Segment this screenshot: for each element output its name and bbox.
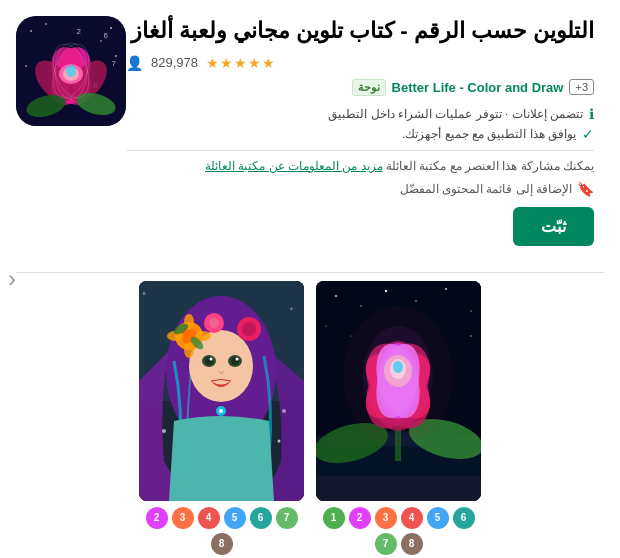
wishlist-row[interactable]: 🔖 الإضافة إلى قائمة المحتوى المفضّل: [126, 181, 594, 197]
color-dot: 6: [453, 507, 475, 529]
svg-point-55: [360, 305, 362, 307]
svg-point-57: [415, 300, 417, 302]
svg-point-5: [115, 55, 117, 57]
install-section: ثبّت: [126, 207, 594, 246]
svg-rect-81: [316, 476, 481, 501]
svg-point-3: [110, 27, 112, 29]
color-dot: 6: [250, 507, 272, 529]
info-text-1: تتضمن إعلانات · تتوفر عمليات الشراء داخل…: [328, 107, 583, 121]
svg-point-6: [25, 65, 27, 67]
svg-point-59: [470, 310, 472, 312]
svg-text:7: 7: [112, 59, 117, 68]
info-icon-1: ℹ: [589, 106, 594, 122]
color-dot: 5: [427, 507, 449, 529]
stars-display: ★★★★★: [206, 55, 276, 71]
svg-point-2: [45, 23, 47, 25]
svg-point-58: [445, 288, 447, 290]
divider-1: [126, 150, 594, 151]
svg-point-47: [219, 409, 223, 413]
install-button[interactable]: ثبّت: [513, 207, 594, 246]
info-icon-2: ✓: [582, 126, 594, 142]
svg-point-49: [282, 409, 286, 413]
color-dot: 4: [401, 507, 423, 529]
color-dot: 8: [401, 533, 423, 555]
svg-point-48: [162, 429, 166, 433]
info-row-1: ℹ تتضمن إعلانات · تتوفر عمليات الشراء دا…: [126, 106, 594, 122]
screenshot-2-wrapper: 12345678: [316, 281, 481, 555]
color-dot: 8: [211, 533, 233, 555]
svg-point-50: [278, 439, 281, 442]
divider-2: [16, 272, 604, 273]
app-info: التلوين حسب الرقم - كتاب تلوين مجاني ولع…: [126, 16, 604, 262]
screenshot-2: [316, 281, 481, 501]
share-row: يمكنك مشاركة هذا العنصر مع مكتبة العائلة…: [126, 159, 594, 173]
girl-artwork: ✦ ✦: [139, 281, 304, 501]
svg-text:✦: ✦: [141, 290, 147, 297]
svg-point-33: [236, 357, 239, 360]
screenshots-section: ✦ ✦ 2345678: [16, 281, 604, 555]
info-section: ℹ تتضمن إعلانات · تتوفر عمليات الشراء دا…: [126, 106, 594, 142]
share-text: يمكنك مشاركة هذا العنصر مع مكتبة العائلة: [386, 159, 594, 173]
color-dot: 3: [172, 507, 194, 529]
svg-point-60: [325, 325, 326, 326]
app-title: التلوين حسب الرقم - كتاب تلوين مجاني ولع…: [126, 16, 594, 47]
rating-row: 👤 829,978 ★★★★★: [126, 55, 594, 71]
wishlist-text: الإضافة إلى قائمة المحتوى المفضّل: [400, 182, 572, 196]
number-dots-2: 12345678: [316, 507, 481, 555]
color-dot: 3: [375, 507, 397, 529]
header-section: التلوين حسب الرقم - كتاب تلوين مجاني ولع…: [16, 16, 604, 262]
svg-text:2: 2: [77, 27, 82, 36]
color-dot: 5: [224, 507, 246, 529]
developer-name[interactable]: Better Life - Color and Draw: [392, 80, 564, 95]
number-dots-1: 2345678: [139, 507, 304, 555]
app-icon: 6 7 2 8: [16, 16, 126, 126]
color-dot: 4: [198, 507, 220, 529]
wishlist-icon: 🔖: [577, 181, 594, 197]
svg-point-1: [30, 30, 32, 32]
svg-point-4: [100, 40, 102, 42]
app-detail-page: ‹ التلوين حسب الرقم - كتاب تلوين مجاني و…: [0, 0, 620, 558]
color-dot: 2: [349, 507, 371, 529]
svg-point-80: [343, 306, 453, 446]
info-row-2: ✓ يوافق هذا التطبيق مع جميع أجهزتك.: [126, 126, 594, 142]
color-dot: 7: [375, 533, 397, 555]
app-icon-container: 6 7 2 8: [16, 16, 126, 126]
developer-row: 3+ Better Life - Color and Draw نوحة: [126, 79, 594, 96]
svg-point-56: [385, 290, 387, 292]
color-dot: 7: [276, 507, 298, 529]
svg-text:✦: ✦: [289, 306, 294, 312]
screenshot-1: ✦ ✦: [139, 281, 304, 501]
share-link[interactable]: مزيد من المعلومات عن مكتبة العائلة: [205, 159, 383, 173]
age-badge: 3+: [569, 79, 594, 95]
nav-back-arrow[interactable]: ‹: [8, 265, 16, 293]
svg-text:6: 6: [104, 31, 109, 40]
svg-point-54: [335, 295, 337, 297]
svg-point-39: [209, 318, 219, 328]
svg-point-37: [242, 322, 256, 336]
color-dot: 2: [146, 507, 168, 529]
svg-point-61: [470, 335, 472, 337]
info-text-2: يوافق هذا التطبيق مع جميع أجهزتك.: [402, 127, 576, 141]
svg-point-41: [184, 342, 194, 358]
rating-count: 829,978: [151, 55, 198, 70]
svg-point-32: [210, 357, 213, 360]
person-icon: 👤: [126, 55, 143, 71]
svg-point-18: [66, 65, 76, 77]
category-badge: نوحة: [352, 79, 386, 96]
screenshot-1-wrapper: ✦ ✦ 2345678: [139, 281, 304, 555]
svg-point-62: [350, 335, 351, 336]
color-dot: 1: [323, 507, 345, 529]
lotus-artwork: [316, 281, 481, 501]
